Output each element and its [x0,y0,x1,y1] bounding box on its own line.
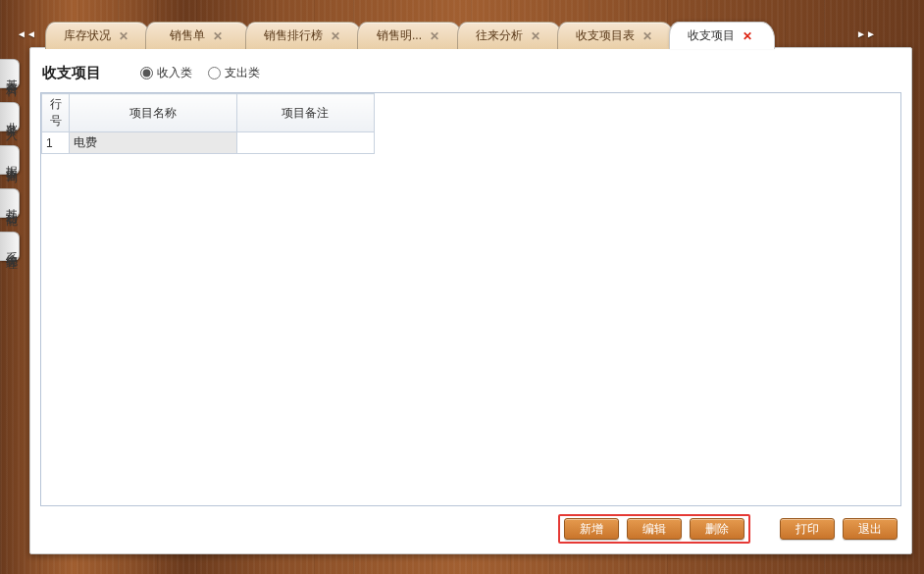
radio-expense-label: 支出类 [225,65,260,81]
tab-inventory-status[interactable]: 库存状况 ✕ [45,22,151,49]
radio-expense[interactable]: 支出类 [208,65,260,81]
col-header-rownum[interactable]: 行号 [42,94,70,132]
nav-item-report-query[interactable]: 报表查询 [0,145,20,175]
tab-sales-ranking[interactable]: 销售排行榜 ✕ [245,22,363,49]
panel-title: 收支项目 [42,64,101,82]
edit-button[interactable]: 编辑 [627,518,682,540]
close-icon[interactable]: ✕ [119,30,128,42]
close-icon[interactable]: ✕ [430,30,439,42]
nav-item-other-functions[interactable]: 其它功能 [0,188,20,218]
tab-sales-detail[interactable]: 销售明... ✕ [357,22,463,49]
exit-button[interactable]: 退出 [843,518,898,540]
panel-header: 收支项目 收入类 支出类 [40,60,901,92]
close-icon[interactable]: ✕ [213,30,223,42]
tab-label: 销售单 [170,27,205,44]
data-grid[interactable]: 行号 项目名称 项目备注 1 电费 [40,92,901,506]
close-icon[interactable]: ✕ [531,30,540,42]
radio-income-input[interactable] [140,67,153,79]
cell-remark[interactable] [236,132,374,154]
highlighted-button-group: 新增 编辑 删除 [558,514,750,544]
tab-strip: 库存状况 ✕ 销售单 ✕ 销售排行榜 ✕ 销售明... ✕ 往来分析 ✕ 收支项… [0,20,924,49]
tab-label: 收支项目 [688,27,735,44]
tab-label: 销售排行榜 [264,27,323,44]
panel-footer: 新增 编辑 删除 打印 退出 [40,506,901,546]
tab-balance-analysis[interactable]: 往来分析 ✕ [457,22,563,49]
tab-income-expense-table[interactable]: 收支项目表 ✕ [557,22,675,49]
table-row[interactable]: 1 电费 [42,132,375,154]
tab-label: 库存状况 [64,27,111,44]
nav-item-basic-data[interactable]: 基本资料 [0,59,20,88]
col-header-name[interactable]: 项目名称 [70,94,237,132]
tab-label: 往来分析 [476,27,523,44]
radio-income[interactable]: 收入类 [140,65,192,81]
delete-button[interactable]: 删除 [690,518,744,540]
tab-label: 销售明... [377,27,422,44]
left-nav: 基本资料 业务录入 报表查询 其它功能 系统管理 [0,59,20,574]
print-button[interactable]: 打印 [780,518,835,540]
cell-name[interactable]: 电费 [70,132,237,154]
category-radio-group: 收入类 支出类 [140,65,260,81]
radio-income-label: 收入类 [157,65,192,81]
tab-sales-order[interactable]: 销售单 ✕ [145,22,251,49]
close-icon[interactable]: ✕ [642,30,652,42]
close-icon[interactable]: ✕ [743,30,752,42]
nav-item-system-management[interactable]: 系统管理 [0,232,20,261]
tab-label: 收支项目表 [576,27,635,44]
nav-item-business-entry[interactable]: 业务录入 [0,102,20,131]
cell-rownum: 1 [42,132,70,154]
tab-income-expense-item[interactable]: 收支项目 ✕ [669,22,775,49]
col-header-remark[interactable]: 项目备注 [236,94,374,132]
add-button[interactable]: 新增 [564,518,619,540]
main-panel: 收支项目 收入类 支出类 行号 项目名称 项目备注 [29,47,912,554]
radio-expense-input[interactable] [208,67,221,79]
close-icon[interactable]: ✕ [331,30,340,42]
